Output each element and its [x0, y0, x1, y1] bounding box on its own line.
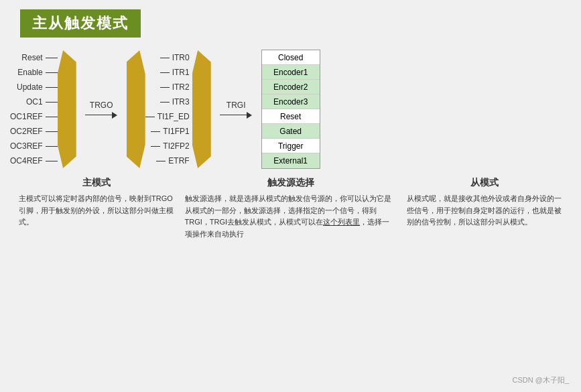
slave-option-encoder3: Encoder3 [262, 94, 320, 109]
signal-oc2ref: OC2REF [10, 124, 58, 139]
slave-option-trigger: Trigger [262, 139, 320, 153]
slave-option-encoder2: Encoder2 [262, 80, 320, 94]
trigger-desc-title: 触发源选择 [185, 177, 397, 189]
slave-option-encoder1: Encoder1 [262, 65, 320, 80]
trgo-label: TRGO [90, 101, 113, 110]
master-signals: Reset Enable Update OC1 OC1REF OC2REF [10, 50, 58, 168]
trgo-arrow: TRGO [76, 50, 127, 168]
slave-option-external1: External1 [262, 153, 320, 168]
page-title: 主从触发模式 [20, 9, 141, 38]
master-trapezoid [58, 50, 76, 168]
signal-update: Update [17, 80, 58, 94]
diagram-area: Reset Enable Update OC1 OC1REF OC2REF [10, 50, 571, 169]
signal-itr1: ITR1 [160, 65, 192, 80]
signal-reset: Reset [21, 50, 57, 65]
signal-etrf: ETRF [156, 153, 192, 168]
slave-desc-text: 从模式呢，就是接收其他外设或者自身外设的一些信号，用于控制自身定时器的运行，也就… [407, 193, 562, 228]
master-description: 主模式 主模式可以将定时器内部的信号，映射到TRGO引脚，用于触发别的外设，所以… [13, 177, 180, 240]
list-link: 这个列表里 [323, 218, 360, 226]
signal-enable: Enable [17, 65, 57, 80]
signal-oc3ref: OC3REF [10, 139, 58, 153]
trigger-source-block: ITR0 ITR1 ITR2 ITR3 TI1F_ED TI1FP1 [127, 50, 211, 168]
signal-ti2fp2: TI2FP2 [151, 139, 192, 153]
title-bar: 主从触发模式 [0, 0, 581, 38]
signal-ti1fp1: TI1FP1 [151, 124, 192, 139]
signal-oc1ref: OC1REF [10, 109, 58, 124]
slave-option-reset: Reset [262, 109, 320, 124]
signal-itr3: ITR3 [160, 94, 192, 109]
master-desc-title: 主模式 [19, 177, 174, 189]
slave-option-gated: Gated [262, 124, 320, 139]
trigger-signals: ITR0 ITR1 ITR2 ITR3 TI1F_ED TI1FP1 [145, 50, 192, 168]
signal-oc1: OC1 [26, 94, 58, 109]
slave-option-closed: Closed [262, 50, 320, 65]
signal-ti1fed: TI1F_ED [145, 109, 192, 124]
master-block: Reset Enable Update OC1 OC1REF OC2REF [10, 50, 76, 168]
slave-description: 从模式 从模式呢，就是接收其他外设或者自身外设的一些信号，用于控制自身定时器的运… [401, 177, 568, 240]
slave-desc-title: 从模式 [407, 177, 562, 189]
trgi-arrow: TRGI [211, 50, 261, 168]
trgi-label: TRGI [227, 101, 246, 110]
trigger-description: 触发源选择 触发源选择，就是选择从模式的触发信号源的，你可以认为它是从模式的一部… [180, 177, 402, 240]
signal-itr0: ITR0 [160, 50, 192, 65]
master-desc-text: 主模式可以将定时器内部的信号，映射到TRGO引脚，用于触发别的外设，所以这部分叫… [19, 193, 174, 228]
trigger-right-trap [192, 50, 211, 168]
trigger-left-trap [127, 50, 145, 168]
watermark: CSDN @木子阳_ [512, 375, 569, 385]
slave-options-box: Closed Encoder1 Encoder2 Encoder3 Reset … [261, 50, 320, 169]
signal-itr2: ITR2 [160, 80, 192, 94]
trigger-desc-text: 触发源选择，就是选择从模式的触发信号源的，你可以认为它是从模式的一部分，触发源选… [185, 193, 397, 240]
description-section: 主模式 主模式可以将定时器内部的信号，映射到TRGO引脚，用于触发别的外设，所以… [13, 177, 568, 240]
signal-oc4ref: OC4REF [10, 153, 58, 168]
